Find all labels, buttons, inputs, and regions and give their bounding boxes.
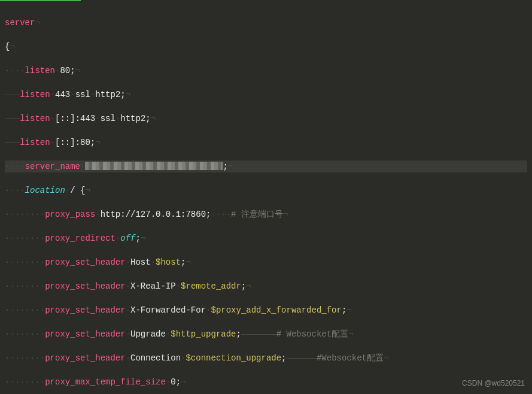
code-line-highlighted: ····server_name·;¬ — [5, 160, 527, 172]
code-editor: server¬ {¬ ····listen·80;¬ ———listen·443… — [0, 0, 532, 394]
code-line: ········proxy_set_header·Upgrade·$http_u… — [5, 328, 527, 340]
code-line: ········proxy_set_header·X-Forwarded-For… — [5, 304, 527, 316]
code-line: ········proxy_max_temp_file_size·0;¬ — [5, 376, 527, 388]
code-line: ———listen·[::]:80;¬ — [5, 137, 527, 148]
code-line: ····listen·80;¬ — [5, 65, 527, 77]
code-line: ········proxy_redirect·off;¬ — [5, 232, 527, 244]
code-line: ········proxy_set_header·Host·$host;¬ — [5, 256, 527, 268]
code-line: ····location·/ {¬ — [5, 184, 527, 196]
code-line: ———listen·443·ssl·http2;¬ — [5, 89, 527, 101]
code-line: {¬ — [5, 41, 527, 53]
code-line: ········proxy_set_header·X-Real-IP·$remo… — [5, 280, 527, 292]
watermark: CSDN @wd520521 — [462, 377, 525, 389]
redacted-server-name — [85, 162, 223, 170]
code-line: ········proxy_set_header·Connection·$con… — [5, 352, 527, 364]
code-line: ———listen·[::]:443·ssl·http2;¬ — [5, 113, 527, 125]
code-line: ········proxy_pass·http://127.0.0.1:7860… — [5, 208, 527, 220]
code-line: server¬ — [5, 17, 527, 29]
editor-top-border — [0, 0, 81, 1]
